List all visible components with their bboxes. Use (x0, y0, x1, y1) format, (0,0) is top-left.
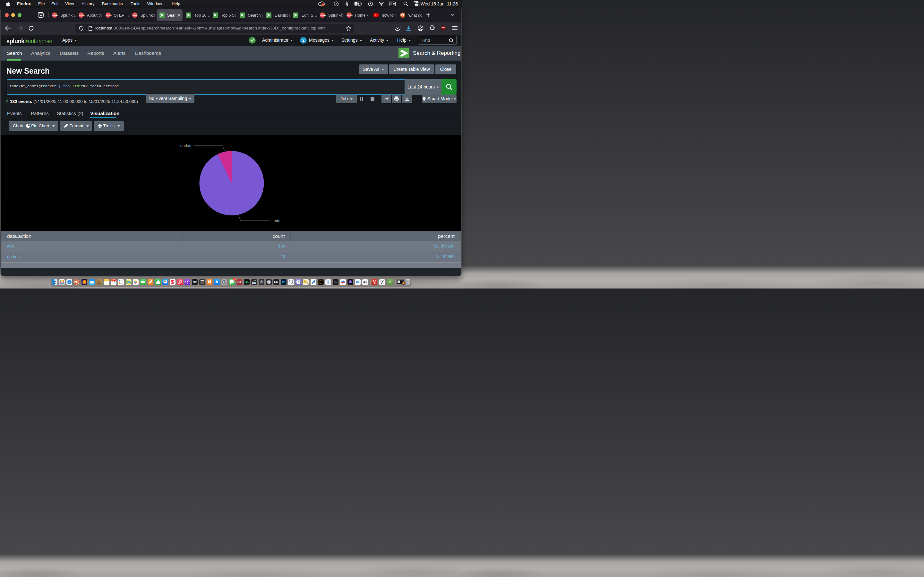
svg-text:update: update (180, 143, 192, 148)
svg-text:add: add (274, 219, 280, 223)
